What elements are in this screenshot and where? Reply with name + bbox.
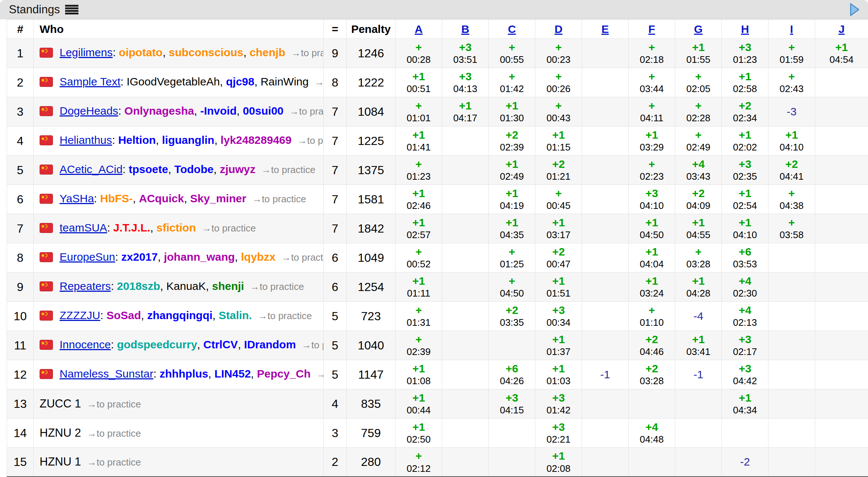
verdict-accepted: +3 [535,421,582,434]
practice-link[interactable]: →to practice [282,252,324,263]
verdict-accepted: +1 [489,99,535,112]
verdict-time: 04:54 [815,54,868,65]
solved-cell: 9 [324,39,347,68]
who-cell: EuropeSun: zx2017, johann_wang, lqybzx→t… [34,243,324,273]
team-link[interactable]: Legilimens [60,46,112,58]
member-name: zx2017 [121,251,158,263]
practice-link[interactable]: →to practice [202,223,256,234]
problem-cell-J [815,185,868,214]
expand-panel-icon[interactable] [850,3,860,18]
verdict-accepted: + [396,99,442,112]
problem-cell-F: +04:11 [629,97,675,126]
problem-cell-H: +603:53 [722,243,768,273]
penalty-cell: 1246 [347,39,396,68]
china-flag-icon [40,252,53,264]
verdict-rejected: -4 [675,310,721,322]
verdict-accepted: +1 [535,333,582,346]
member-name: liguanglin [162,134,215,146]
problem-link-B[interactable]: B [461,23,470,35]
problem-link-F[interactable]: F [648,23,655,35]
team-name: ZUCC 1 [40,397,81,410]
problem-cell-C [489,331,535,360]
practice-link[interactable]: →to practice [262,164,316,175]
practice-link[interactable]: →to practice [252,193,306,204]
member-name: HbFS- [100,192,133,204]
verdict-accepted: +4 [629,421,675,434]
verdict-accepted: + [396,246,442,258]
table-row: 13ZUCC 1→to practice4835+100:44+304:15+3… [7,389,868,419]
verdict-accepted: +2 [768,158,815,171]
practice-link[interactable]: →to practice [258,310,312,321]
team-link[interactable]: DogeHeads [60,105,118,117]
verdict-accepted: +4 [722,304,768,317]
problem-link-A[interactable]: A [415,23,423,35]
separator: : [112,46,119,58]
solved-cell: 6 [324,273,347,302]
penalty-cell: 759 [347,419,396,448]
practice-link[interactable]: →to practice [87,399,141,410]
practice-link[interactable]: →to practice [314,77,323,88]
problem-cell-A: +101:11 [396,273,442,302]
verdict-accepted: +1 [722,187,768,200]
verdict-time: 02:34 [722,113,768,124]
team-link[interactable]: EuropeSun [60,251,115,263]
penalty-cell: 1254 [347,273,396,302]
problem-link-H[interactable]: H [741,23,749,35]
member-name: zhhhplus [159,368,208,380]
verdict-accepted: + [489,70,535,83]
table-row: 14HZNU 2→to practice3759+102:50+302:21+4… [7,419,868,448]
team-link[interactable]: teamSUA [60,221,107,234]
verdict-time: 00:47 [535,259,582,270]
team-link[interactable]: Repeaters [60,280,111,292]
problem-link-E[interactable]: E [601,23,609,35]
problem-link-G[interactable]: G [694,23,703,35]
problem-link-I[interactable]: I [790,23,793,35]
team-link[interactable]: ZZZZJU [60,309,100,321]
verdict-accepted: + [675,246,721,258]
who-cell: Repeaters: 2018szb, KanuaK, shenji→to pr… [34,273,324,302]
verdict-time: 02:57 [396,230,442,241]
penalty-cell: 280 [347,448,396,477]
china-flag-icon [40,106,53,118]
problem-cell-J [815,448,868,477]
team-link[interactable]: Nameless_Sunstar [60,368,153,380]
problem-cell-H: +202:34 [722,97,768,126]
practice-link[interactable]: →to practice [250,281,304,292]
practice-link[interactable]: →to practice [87,457,141,468]
verdict-accepted: +3 [722,41,768,54]
verdict-time: 02:54 [722,200,768,212]
practice-link[interactable]: →to practice [289,106,323,117]
verdict-accepted: + [675,129,721,142]
problem-cell-I: +01:59 [768,39,815,68]
problem-cell-F [629,448,675,477]
problem-cell-F [629,389,675,419]
practice-link[interactable]: →to practice [317,369,324,380]
problem-link-D[interactable]: D [555,23,563,35]
rank-cell: 2 [7,68,34,97]
verdict-accepted: +1 [396,362,442,375]
problem-link-C[interactable]: C [508,23,516,35]
team-link[interactable]: Sample Text [60,75,121,88]
team-link[interactable]: ACetic_ACid [60,163,122,175]
practice-link[interactable]: →to practice [297,135,324,146]
problem-link-J[interactable]: J [838,23,845,35]
verdict-time: 00:45 [535,200,582,212]
verdict-accepted: + [675,70,721,83]
team-link[interactable]: YaSHa [60,192,94,204]
problem-cell-B [442,302,489,331]
practice-link[interactable]: →to practice [87,428,141,439]
verdict-time: 01:55 [675,54,721,65]
team-link[interactable]: Helianthus [60,134,112,146]
team-link[interactable]: Innocence [60,338,111,351]
separator: , [133,192,139,204]
practice-link[interactable]: →to practice [291,47,323,58]
solved-cell: 5 [324,360,347,389]
china-flag-icon [40,48,53,60]
problem-cell-D: +101:51 [535,273,582,302]
verdict-accepted: +3 [535,304,582,317]
problem-cell-G: +101:55 [675,39,722,68]
member-name: J.T.J.L. [113,221,150,234]
penalty-header: Penalty [347,20,396,39]
practice-link[interactable]: →to practice [302,339,324,351]
problem-cell-F: +103:29 [629,126,675,156]
